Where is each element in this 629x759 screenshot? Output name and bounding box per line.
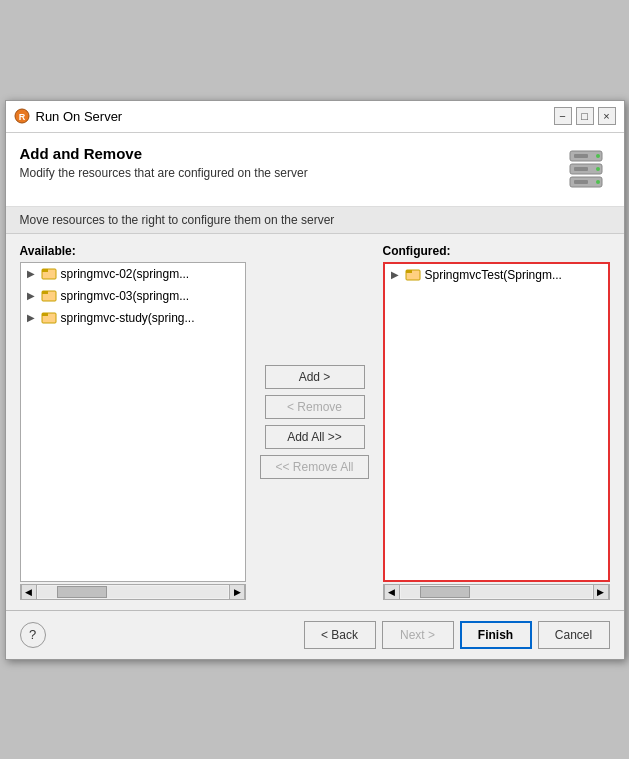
title-bar-title: Run On Server xyxy=(36,109,123,124)
item-label: springmvc-study(spring... xyxy=(61,311,195,325)
scroll-left-arrow[interactable]: ◀ xyxy=(384,584,400,600)
svg-text:R: R xyxy=(18,112,25,122)
project-icon xyxy=(405,267,421,283)
svg-rect-16 xyxy=(42,313,48,316)
item-label: springmvc-02(springm... xyxy=(61,267,190,281)
title-bar-controls: − □ × xyxy=(554,107,616,125)
dialog: R Run On Server − □ × Add and Remove Mod… xyxy=(5,100,625,660)
scroll-thumb xyxy=(420,586,470,598)
expand-arrow-icon: ▶ xyxy=(27,268,37,279)
expand-arrow-icon: ▶ xyxy=(27,290,37,301)
list-item[interactable]: ▶ springmvc-02(springm... xyxy=(21,263,246,285)
remove-all-button[interactable]: << Remove All xyxy=(260,455,368,479)
dialog-header-icon xyxy=(562,145,610,196)
remove-button[interactable]: < Remove xyxy=(265,395,365,419)
help-button[interactable]: ? xyxy=(20,622,46,648)
svg-rect-8 xyxy=(574,154,588,158)
middle-buttons: Add > < Remove Add All >> << Remove All xyxy=(246,244,382,600)
svg-rect-12 xyxy=(42,269,48,272)
scroll-right-arrow[interactable]: ▶ xyxy=(593,584,609,600)
title-bar-left: R Run On Server xyxy=(14,108,123,124)
svg-rect-9 xyxy=(574,167,588,171)
bottom-bar: ? < Back Next > Finish Cancel xyxy=(6,610,624,659)
available-hscrollbar[interactable]: ◀ ▶ xyxy=(20,584,247,600)
configured-list[interactable]: ▶ SpringmvcTest(Springm... xyxy=(383,262,610,582)
close-button[interactable]: × xyxy=(598,107,616,125)
configured-panel: Configured: ▶ SpringmvcTest(Springm... xyxy=(383,244,610,600)
available-list[interactable]: ▶ springmvc-02(springm... ▶ xyxy=(20,262,247,582)
available-label: Available: xyxy=(20,244,247,258)
configured-label: Configured: xyxy=(383,244,610,258)
scroll-left-arrow[interactable]: ◀ xyxy=(21,584,37,600)
title-bar: R Run On Server − □ × xyxy=(6,101,624,133)
scroll-track[interactable] xyxy=(401,586,592,598)
bottom-right-buttons: < Back Next > Finish Cancel xyxy=(304,621,610,649)
scroll-thumb xyxy=(57,586,107,598)
panels-row: Available: ▶ springmvc-02(springm... xyxy=(20,244,610,600)
configured-panel-with-scroll: ▶ SpringmvcTest(Springm... ◀ xyxy=(383,262,610,600)
available-panel: Available: ▶ springmvc-02(springm... xyxy=(20,244,247,600)
next-button[interactable]: Next > xyxy=(382,621,454,649)
server-icon xyxy=(562,145,610,193)
content-area: Available: ▶ springmvc-02(springm... xyxy=(6,234,624,610)
svg-point-5 xyxy=(596,154,600,158)
item-label: springmvc-03(springm... xyxy=(61,289,190,303)
app-icon: R xyxy=(14,108,30,124)
add-all-button[interactable]: Add All >> xyxy=(265,425,365,449)
minimize-button[interactable]: − xyxy=(554,107,572,125)
svg-rect-18 xyxy=(406,270,412,273)
scroll-track[interactable] xyxy=(38,586,229,598)
svg-rect-10 xyxy=(574,180,588,184)
expand-arrow-icon: ▶ xyxy=(391,269,401,280)
scroll-right-arrow[interactable]: ▶ xyxy=(229,584,245,600)
project-icon xyxy=(41,288,57,304)
svg-point-7 xyxy=(596,180,600,184)
dialog-title: Add and Remove xyxy=(20,145,308,162)
svg-rect-14 xyxy=(42,291,48,294)
finish-button[interactable]: Finish xyxy=(460,621,532,649)
project-icon xyxy=(41,310,57,326)
list-item[interactable]: ▶ springmvc-study(spring... xyxy=(21,307,246,329)
instruction-bar: Move resources to the right to configure… xyxy=(6,207,624,234)
maximize-button[interactable]: □ xyxy=(576,107,594,125)
dialog-header: Add and Remove Modify the resources that… xyxy=(6,133,624,207)
item-label: SpringmvcTest(Springm... xyxy=(425,268,562,282)
dialog-subtitle: Modify the resources that are configured… xyxy=(20,166,308,180)
dialog-header-text: Add and Remove Modify the resources that… xyxy=(20,145,308,180)
configured-hscrollbar[interactable]: ◀ ▶ xyxy=(383,584,610,600)
project-icon xyxy=(41,266,57,282)
expand-arrow-icon: ▶ xyxy=(27,312,37,323)
svg-point-6 xyxy=(596,167,600,171)
available-panel-with-scroll: ▶ springmvc-02(springm... ▶ xyxy=(20,262,247,600)
cancel-button[interactable]: Cancel xyxy=(538,621,610,649)
back-button[interactable]: < Back xyxy=(304,621,376,649)
list-item[interactable]: ▶ SpringmvcTest(Springm... xyxy=(385,264,608,286)
instruction-text: Move resources to the right to configure… xyxy=(20,213,335,227)
list-item[interactable]: ▶ springmvc-03(springm... xyxy=(21,285,246,307)
add-button[interactable]: Add > xyxy=(265,365,365,389)
